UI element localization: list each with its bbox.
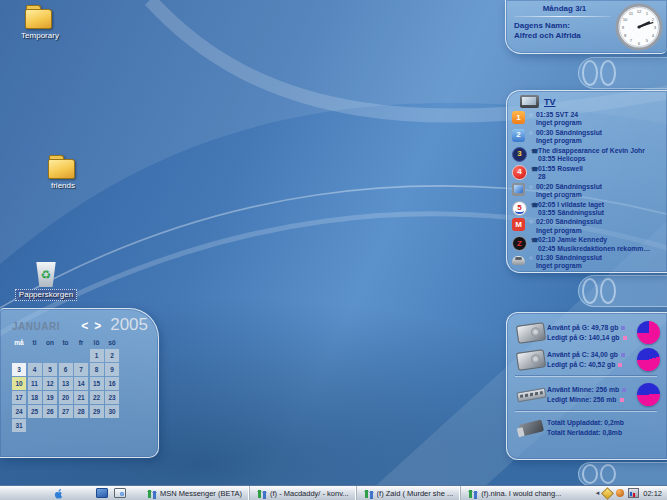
- calendar-day-cell[interactable]: 21: [74, 391, 88, 404]
- calendar-day-cell[interactable]: 11: [28, 377, 42, 390]
- tray-network-icon[interactable]: [628, 488, 639, 498]
- divider: [515, 410, 657, 412]
- calendar-day-cell[interactable]: 10: [12, 377, 26, 390]
- calendar-day-cell[interactable]: 13: [59, 377, 73, 390]
- calendar-day-cell[interactable]: 26: [43, 405, 57, 418]
- internet-explorer-icon[interactable]: [114, 488, 126, 498]
- phone-icon: ☎: [531, 165, 538, 173]
- quick-launch: [96, 488, 126, 498]
- memory-pie-chart: [637, 383, 660, 406]
- tv-program-row: 3☎The disappearance of Kevin Johr03:55 H…: [512, 147, 665, 163]
- calendar-empty-cell: [43, 419, 57, 432]
- tv-program-line2: 03:55 Sändningsslut: [538, 209, 604, 217]
- calendar-day-cell[interactable]: 15: [90, 377, 104, 390]
- calendar-day-cell[interactable]: 16: [105, 377, 119, 390]
- desktop-icon-recycle-bin[interactable]: ♻ Papperskorgen: [6, 262, 86, 301]
- desktop-icon-label: friends: [48, 181, 78, 191]
- tv-program-line1: ☎01:55 Roswell: [531, 165, 583, 173]
- tray-collapse-icon[interactable]: ◂: [596, 489, 600, 497]
- taskbar-button[interactable]: (f).nina. I would chang...: [460, 486, 568, 500]
- weekday-date: Måndag 3/1: [514, 3, 615, 15]
- calendar-day-cell[interactable]: 2: [105, 349, 119, 362]
- calendar-day-cell[interactable]: 27: [59, 405, 73, 418]
- calendar-day-cell[interactable]: 12: [43, 377, 57, 390]
- calendar-empty-cell: [28, 419, 42, 432]
- used-legend-swatch: [622, 388, 626, 392]
- taskbar-button-label: (f).nina. I would chang...: [481, 489, 561, 498]
- calendar-day-cell[interactable]: 28: [74, 405, 88, 418]
- disk-g-pie-chart: [637, 321, 660, 344]
- calendar-day-cell[interactable]: 22: [90, 391, 104, 404]
- tv-program-line1: ○02:00 Sändningsslut: [529, 218, 602, 226]
- motor-icon: [512, 256, 525, 265]
- calendar-day-cell[interactable]: 4: [28, 363, 42, 376]
- used-legend-swatch: [621, 326, 625, 330]
- calendar-day-cell[interactable]: 24: [12, 405, 26, 418]
- clock-icon: ○: [529, 254, 536, 262]
- calendar-prev-button[interactable]: <: [81, 320, 88, 332]
- taskbar-button-label: (f) - Macdaddy/ - konv...: [270, 489, 349, 498]
- calendar-day-cell[interactable]: 23: [105, 391, 119, 404]
- calendar-widget: JANUARI < > 2005 må ti on to fr lö sö 12…: [0, 308, 159, 458]
- free-legend-swatch: [623, 336, 627, 340]
- calendar-empty-cell: [28, 349, 42, 362]
- calendar-next-button[interactable]: >: [94, 320, 101, 332]
- tv-program-line1: ☎02:05 I vildaste laget: [531, 201, 604, 209]
- calendar-day-cell[interactable]: 9: [105, 363, 119, 376]
- taskbar-clock: 02:12: [643, 489, 662, 498]
- calendar-day-cell[interactable]: 18: [28, 391, 42, 404]
- tv-widget: TV 1○01:35 SVT 24Inget program2○00:30 Sä…: [506, 90, 667, 273]
- tv-program-line2: 03:55 Helicops: [538, 155, 645, 163]
- calendar-day-cell[interactable]: 19: [43, 391, 57, 404]
- calendar-day-cell[interactable]: 29: [90, 405, 104, 418]
- used-legend-swatch: [621, 353, 625, 357]
- tv-program-row: 2○00:30 SändningsslutInget program: [512, 129, 665, 145]
- calendar-day-cell[interactable]: 20: [59, 391, 73, 404]
- calendar-day-cell[interactable]: 5: [43, 363, 57, 376]
- clock-icon: ○: [529, 218, 536, 226]
- tv-program-line2: Inget program: [536, 227, 602, 235]
- show-desktop-icon[interactable]: [96, 488, 108, 498]
- start-button[interactable]: [50, 486, 68, 500]
- nameday-label: Dagens Namn:: [514, 21, 615, 31]
- calendar-day-cell[interactable]: 14: [74, 377, 88, 390]
- tv-program-row: ○00:20 SändningsslutInget program: [512, 183, 665, 199]
- tv-set-icon: [520, 95, 539, 108]
- calendar-day-cell[interactable]: 3: [12, 363, 26, 376]
- clock-icon: ○: [529, 129, 536, 137]
- tv-program-line2: Inget program: [536, 262, 602, 270]
- hard-disk-icon: [516, 322, 546, 344]
- calendar-day-cell[interactable]: 8: [90, 363, 104, 376]
- tray-app-icon[interactable]: [616, 489, 624, 497]
- calendar-weekday-header: må ti on to fr lö sö: [12, 339, 158, 346]
- disk-g-used: Använt på G: 49,78 gb: [547, 324, 618, 331]
- calendar-day-cell[interactable]: 6: [59, 363, 73, 376]
- svg-text:10: 10: [623, 17, 628, 22]
- taskbar-button[interactable]: (f) - Macdaddy/ - konv...: [249, 486, 356, 500]
- analog-clock: 1212 345 678 91011: [615, 3, 663, 51]
- memory-row: Använt Minne: 256 mb Ledigt Minne: 256 m…: [515, 383, 663, 406]
- memory-free: Ledigt Minne: 256 mb: [547, 396, 617, 403]
- disk-c-row: Använt på C: 34,00 gb Ledigt på C: 40,52…: [515, 348, 663, 371]
- divider: [514, 16, 611, 17]
- calendar-day-cell[interactable]: 7: [74, 363, 88, 376]
- tv-program-line2: 28: [538, 173, 583, 181]
- phone-icon: ☎: [531, 147, 538, 155]
- tray-status-icon[interactable]: [601, 487, 614, 500]
- calendar-day-cell[interactable]: 30: [105, 405, 119, 418]
- tv-program-row: Z☎02:10 Jamie Kennedy02:45 Musikredaktio…: [512, 236, 665, 252]
- taskbar-button[interactable]: (f) Zaid ( Murder she ...: [356, 486, 461, 500]
- desktop-icon-temporary[interactable]: Temporary: [10, 5, 70, 41]
- tv-program-row: 4☎01:55 Roswell28: [512, 165, 665, 181]
- calendar-day-cell[interactable]: 25: [28, 405, 42, 418]
- svt2-icon: 2: [512, 129, 525, 142]
- calendar-empty-cell: [43, 349, 57, 362]
- taskbar-button[interactable]: MSN Messenger (BETA): [140, 486, 249, 500]
- calendar-day-cell[interactable]: 31: [12, 419, 26, 432]
- clock-icon: ○: [529, 183, 536, 191]
- network-icon: [518, 419, 543, 436]
- desktop-icon-friends[interactable]: friends: [32, 155, 94, 191]
- calendar-day-cell[interactable]: 1: [90, 349, 104, 362]
- mtv-icon: M: [512, 218, 525, 231]
- calendar-day-cell[interactable]: 17: [12, 391, 26, 404]
